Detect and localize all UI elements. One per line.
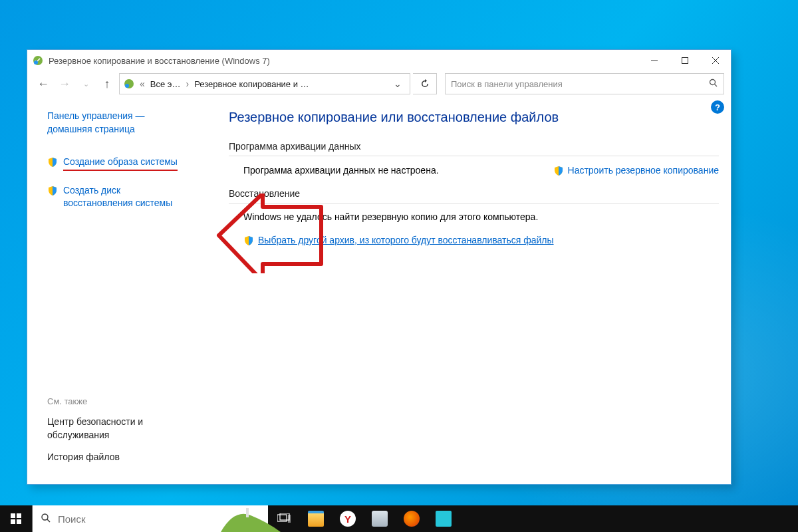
backup-section-label: Программа архивации данных: [229, 141, 719, 156]
shield-icon: [47, 157, 58, 168]
svg-rect-3: [682, 58, 688, 64]
taskbar-search-placeholder: Поиск: [58, 513, 86, 525]
restore-section-label: Восстановление: [229, 188, 719, 203]
setup-backup-link[interactable]: Настроить резервное копирование: [553, 164, 719, 176]
yandex-browser-icon[interactable]: Y: [332, 511, 364, 527]
app-icon-2[interactable]: [428, 511, 460, 527]
shield-icon: [243, 235, 254, 246]
sidebar: Панель управления — домашняя страница Со…: [27, 96, 197, 484]
search-icon[interactable]: [704, 78, 718, 90]
backup-restore-icon: [33, 55, 43, 66]
create-recovery-disk-item[interactable]: Создать диск восстановления системы: [47, 184, 186, 213]
forward-button[interactable]: →: [55, 74, 74, 94]
address-dropdown[interactable]: ⌄: [390, 78, 406, 89]
backup-status-text: Программа архивации данных не настроена.: [229, 165, 553, 176]
svg-point-1: [34, 61, 38, 65]
create-system-image-link[interactable]: Создание образа системы: [63, 156, 178, 171]
search-field[interactable]: [445, 73, 724, 94]
minimize-button[interactable]: [639, 50, 670, 71]
restore-status-text: Windows не удалось найти резервную копию…: [229, 211, 719, 222]
address-bar[interactable]: « Все э… › Резервное копирование и … ⌄: [119, 73, 410, 94]
breadcrumb-1[interactable]: Все э…: [150, 79, 181, 89]
shield-icon: [553, 166, 564, 176]
svg-line-9: [715, 84, 718, 86]
svg-rect-12: [11, 519, 15, 524]
breadcrumb-prefix: «: [138, 78, 146, 89]
taskbar-search[interactable]: Поиск: [32, 505, 268, 532]
svg-rect-10: [11, 513, 15, 518]
svg-rect-13: [17, 519, 21, 524]
svg-point-8: [710, 79, 716, 84]
see-also-label: См. также: [47, 396, 186, 406]
firefox-icon[interactable]: [396, 511, 428, 527]
up-button[interactable]: ↑: [98, 74, 116, 94]
backup-restore-icon: [124, 78, 134, 89]
search-icon: [41, 513, 51, 525]
refresh-button[interactable]: [413, 73, 437, 94]
shield-icon: [47, 186, 58, 196]
setup-backup-label: Настроить резервное копирование: [568, 165, 719, 176]
main-content: Резервное копирование или восстановление…: [197, 96, 731, 484]
close-button[interactable]: [700, 50, 731, 71]
recent-dropdown[interactable]: ⌄: [76, 74, 95, 94]
svg-point-14: [42, 514, 48, 520]
control-panel-window: Резервное копирование и восстановление (…: [27, 49, 732, 485]
create-system-image-item[interactable]: Создание образа системы: [47, 156, 186, 174]
control-panel-home-link[interactable]: Панель управления — домашняя страница: [47, 110, 186, 136]
titlebar[interactable]: Резервное копирование и восстановление (…: [27, 50, 731, 71]
maximize-button[interactable]: [670, 50, 700, 71]
window-title: Резервное копирование и восстановление (…: [49, 56, 639, 66]
file-history-link[interactable]: История файлов: [47, 451, 186, 464]
choose-other-backup-label: Выбрать другой архив, из которого будут …: [258, 235, 554, 245]
breadcrumb-separator: ›: [184, 78, 190, 89]
security-center-link[interactable]: Центр безопасности и обслуживания: [47, 416, 186, 442]
svg-line-15: [47, 519, 50, 522]
search-input[interactable]: [451, 79, 704, 89]
choose-other-backup-link[interactable]: Выбрать другой архив, из которого будут …: [229, 234, 719, 246]
page-heading: Резервное копирование или восстановление…: [229, 110, 719, 125]
file-explorer-icon[interactable]: [300, 511, 332, 527]
start-button[interactable]: [0, 505, 32, 532]
taskbar[interactable]: Поиск Y: [0, 505, 798, 532]
app-icon-1[interactable]: [364, 511, 396, 527]
breadcrumb-2[interactable]: Резервное копирование и …: [194, 79, 309, 89]
svg-point-7: [125, 84, 129, 88]
svg-rect-11: [17, 513, 21, 518]
back-button[interactable]: ←: [34, 74, 53, 94]
task-view-button[interactable]: [268, 513, 300, 524]
create-recovery-disk-link[interactable]: Создать диск восстановления системы: [63, 184, 186, 210]
navigation-row: ← → ⌄ ↑ « Все э… › Резервное копирование…: [27, 71, 731, 96]
